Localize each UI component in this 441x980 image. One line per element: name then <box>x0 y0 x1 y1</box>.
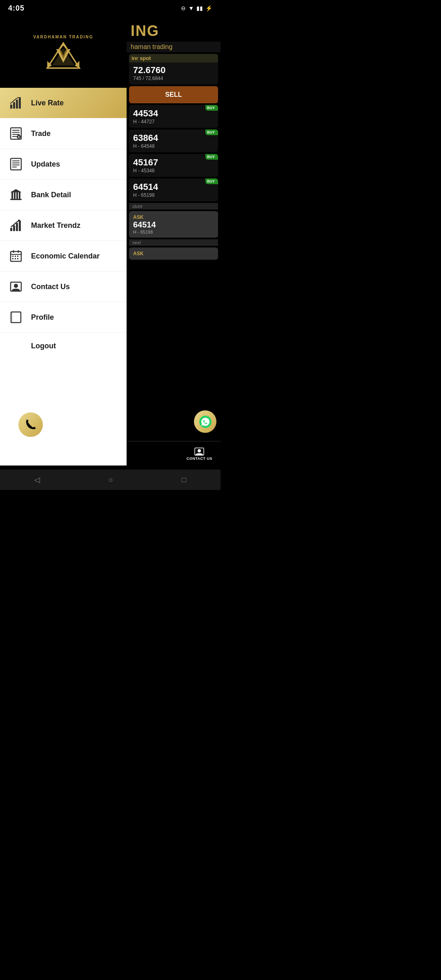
app-logo <box>45 41 82 70</box>
ask-sub-1: H - 65198 <box>133 229 214 234</box>
svg-rect-42 <box>12 258 13 259</box>
rate-value-2: 63864 <box>133 133 214 143</box>
svg-rect-28 <box>16 192 18 199</box>
ask-card-2: ASK <box>129 247 218 260</box>
svg-rect-34 <box>19 220 21 231</box>
svg-rect-32 <box>13 225 15 231</box>
buy-badge-3: BUY <box>205 154 218 160</box>
svg-rect-31 <box>10 228 12 231</box>
sidebar-item-live-rate[interactable]: Live Rate <box>0 88 127 118</box>
svg-point-46 <box>14 284 18 288</box>
wifi-icon: ▼ <box>188 5 194 11</box>
contact-icon <box>8 279 24 294</box>
rate-sub-4: H - 65198 <box>133 192 214 198</box>
rate-card-4: BUY 64514 H - 65198 <box>129 178 218 201</box>
svg-rect-44 <box>17 258 18 259</box>
updates-icon <box>8 156 24 172</box>
spot-label: inr spot <box>129 54 218 62</box>
rate-value-1: 44534 <box>133 108 214 119</box>
rate-card-2: BUY 63864 H - 64548 <box>129 129 218 152</box>
logout-label: Logout <box>31 342 56 350</box>
svg-rect-41 <box>17 256 18 257</box>
phone-fab[interactable] <box>18 412 43 437</box>
rate-value-4: 64514 <box>133 182 214 192</box>
status-time: 4:05 <box>8 4 24 13</box>
status-bar: 4:05 ⊖ ▼ ▮▮ ⚡ <box>0 0 220 16</box>
live-rate-label: Live Rate <box>31 99 64 107</box>
sell-button[interactable]: SELL <box>129 86 218 103</box>
android-home-button[interactable]: ○ <box>109 476 113 484</box>
android-back-button[interactable]: ◁ <box>34 475 40 484</box>
svg-rect-33 <box>16 223 18 231</box>
profile-icon <box>8 310 24 325</box>
logo-text: VARDHAMAN TRADING <box>33 35 93 39</box>
svg-rect-20 <box>11 158 21 170</box>
svg-rect-26 <box>11 192 13 199</box>
buy-badge-1: BUY <box>205 105 218 111</box>
sidebar-item-logout[interactable]: Logout <box>0 333 127 359</box>
sidebar-item-contact-us[interactable]: Contact Us <box>0 272 127 302</box>
spot-value: 72.6760 <box>133 65 214 76</box>
spot-sub: 745 / 72.6844 <box>133 76 214 81</box>
android-nav-bar: ◁ ○ □ <box>0 470 220 490</box>
svg-marker-25 <box>10 189 22 192</box>
sidebar-item-updates[interactable]: Updates <box>0 149 127 180</box>
bottom-nav-right: CONTACT US <box>127 441 220 466</box>
contact-nav-icon <box>194 447 204 457</box>
sidebar-item-market-trendz[interactable]: Market Trendz <box>0 210 127 241</box>
rate-card-3: BUY 45167 H - 45346 <box>129 154 218 177</box>
battery-icon: ⚡ <box>205 5 212 11</box>
right-panel: ING haman trading inr spot 72.6760 745 /… <box>127 16 220 466</box>
phone-icon <box>24 419 37 431</box>
sidebar: VARDHAMAN TRADING <box>0 16 127 466</box>
updates-label: Updates <box>31 160 60 169</box>
buy-badge-4: BUY <box>205 178 218 184</box>
signal-icon: ▮▮ <box>196 5 203 11</box>
svg-text:$: $ <box>18 136 20 139</box>
rate-sub-1: H - 44727 <box>133 119 214 125</box>
trade-label: Trade <box>31 129 51 138</box>
market-trendz-label: Market Trendz <box>31 221 80 230</box>
profile-label: Profile <box>31 313 54 322</box>
svg-rect-9 <box>13 102 15 109</box>
android-recent-button[interactable]: □ <box>182 476 186 484</box>
ask-label-2: ASK <box>133 251 214 256</box>
whatsapp-fab[interactable] <box>194 410 216 433</box>
rate-card-1: BUY 44534 H - 44727 <box>129 105 218 128</box>
economic-calendar-label: Economic Calendar <box>31 252 100 261</box>
bottom-nav-contact[interactable]: CONTACT US <box>178 441 220 466</box>
sidebar-menu: Live Rate $ Trade <box>0 88 127 433</box>
app-subtitle: haman trading <box>127 42 220 52</box>
sidebar-item-bank-detail[interactable]: Bank Detail <box>0 180 127 210</box>
rate-sub-2: H - 64548 <box>133 143 214 149</box>
buy-badge-2: BUY <box>205 129 218 135</box>
live-rate-icon <box>8 95 24 111</box>
future-label: uture <box>129 203 218 209</box>
whatsapp-icon <box>199 415 212 428</box>
next-label: next <box>129 239 218 246</box>
sidebar-item-trade[interactable]: $ Trade <box>0 118 127 149</box>
sidebar-header: VARDHAMAN TRADING <box>0 16 127 88</box>
right-panel-header: ING <box>127 16 220 42</box>
svg-rect-29 <box>19 192 20 199</box>
svg-rect-8 <box>10 105 12 109</box>
bank-detail-label: Bank Detail <box>31 191 71 199</box>
main-container: VARDHAMAN TRADING <box>0 16 220 466</box>
svg-rect-10 <box>16 100 18 109</box>
mute-icon: ⊖ <box>181 5 186 11</box>
rate-value-3: 45167 <box>133 157 214 168</box>
app-title-partial: ING <box>131 22 216 40</box>
ask-card-1: ASK 64514 H - 65198 <box>129 211 218 238</box>
bank-icon <box>8 187 24 203</box>
svg-rect-40 <box>15 256 16 257</box>
svg-rect-30 <box>10 199 22 200</box>
status-icons: ⊖ ▼ ▮▮ ⚡ <box>181 5 212 11</box>
sidebar-item-economic-calendar[interactable]: Economic Calendar <box>0 241 127 272</box>
contact-nav-label: CONTACT US <box>187 457 212 461</box>
contact-us-label: Contact Us <box>31 283 70 291</box>
sidebar-item-profile[interactable]: Profile <box>0 302 127 333</box>
spot-rate-card: inr spot 72.6760 745 / 72.6844 <box>129 54 218 85</box>
ask-value-1: 64514 <box>133 220 214 229</box>
svg-rect-27 <box>14 192 16 199</box>
economic-calendar-icon <box>8 248 24 264</box>
